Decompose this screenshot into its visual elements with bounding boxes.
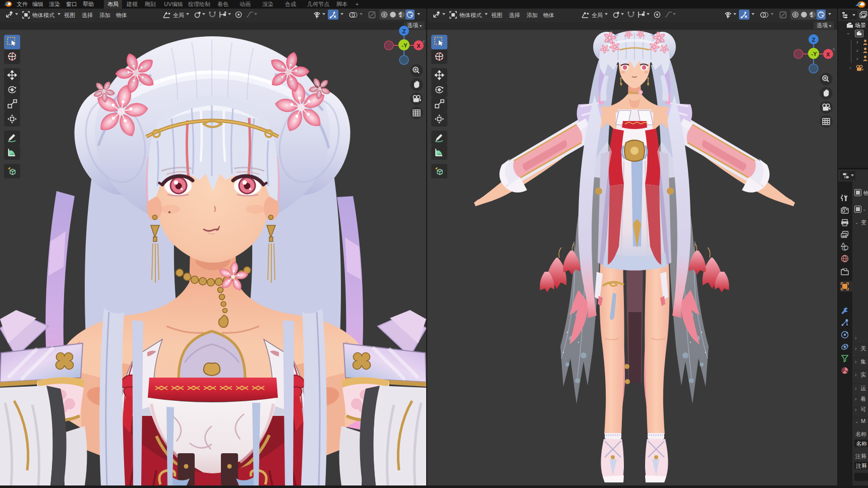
svg-text:-Y: -Y (402, 42, 408, 48)
svg-text:Z: Z (402, 28, 406, 34)
svg-text:Z: Z (812, 37, 816, 43)
svg-text:X: X (417, 43, 421, 49)
svg-text:X: X (826, 51, 830, 57)
svg-text:-Y: -Y (812, 51, 818, 57)
